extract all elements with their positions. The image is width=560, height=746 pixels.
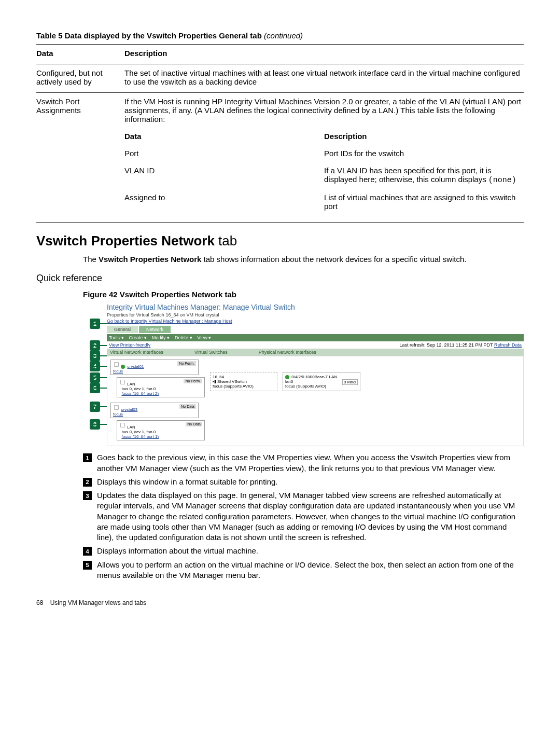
- table-end-rule: [36, 222, 524, 223]
- page-footer: 68 Using VM Manager views and tabs: [36, 599, 524, 606]
- num-2-text: Displays this window in a format suitabl…: [97, 477, 524, 487]
- table-header-row: Data Description: [36, 44, 524, 64]
- callout-column: 1 2 3 4 5 6 7 8: [83, 303, 107, 427]
- vm2-checkbox[interactable]: [114, 405, 119, 410]
- num-2-badge: 2: [83, 478, 92, 487]
- quick-reference-heading: Quick reference: [36, 273, 524, 284]
- lan1-note: No Perm.: [184, 379, 202, 383]
- lan2-focus[interactable]: focus (16_64 port 1): [121, 434, 159, 439]
- sec-pni: Physical Network Interfaces: [259, 350, 316, 355]
- callout-item: 2 Displays this window in a format suita…: [83, 477, 524, 487]
- shot-menubar: Tools ▾ Create ▾ Modify ▾ Delete ▾ View …: [107, 334, 524, 341]
- refresh-text: Last refresh: Sep 12, 2011 11:25:21 PM P…: [400, 342, 522, 348]
- section-bar: Virtual Network Interfaces Virtual Switc…: [107, 349, 524, 356]
- vm1-box: crystal01 No Perm. focus: [110, 360, 199, 375]
- sub-td-desc: If a VLAN ID has been specified for this…: [324, 166, 524, 185]
- th-desc: Description: [124, 49, 524, 58]
- right-focus[interactable]: focus (Supports AVIO): [285, 384, 326, 389]
- refresh-link[interactable]: Refresh Data: [494, 342, 522, 348]
- printer-link[interactable]: View Printer-friendly: [109, 342, 150, 348]
- page-number: 68: [36, 599, 43, 606]
- intro-post: tab shows information about the network …: [201, 255, 466, 264]
- sub-row: Assigned to List of virtual machines tha…: [124, 190, 524, 216]
- section-heading: Vswitch Properties Network tab: [36, 233, 524, 249]
- tab-general[interactable]: General: [107, 326, 138, 333]
- table-title: Table 5 Data displayed by the Vswitch Pr…: [36, 31, 524, 40]
- sub-desc-pre: If a VLAN ID has been specified for this…: [324, 166, 492, 184]
- shot-body: crystal01 No Perm. focus LAN No Perm. bu…: [107, 356, 524, 446]
- lan1-checkbox[interactable]: [120, 380, 125, 384]
- td-desc-block: If the VM Host is running HP Integrity V…: [124, 97, 524, 216]
- table-row: Vswitch Port Assignments If the VM Host …: [36, 92, 524, 222]
- num-3-text: Updates the data displayed on this page.…: [97, 490, 524, 543]
- intro-paragraph: The Vswitch Properties Network tab shows…: [83, 254, 524, 265]
- td-desc: If the VM Host is running HP Integrity V…: [124, 97, 524, 123]
- sub-td-data: Port: [124, 149, 324, 158]
- refresh-pre: Last refresh: Sep 12, 2011 11:25:21 PM P…: [400, 342, 494, 348]
- vm1-checkbox[interactable]: [114, 362, 119, 367]
- num-1-text: Goes back to the previous view, in this …: [97, 452, 524, 474]
- right-l1: 0/4/2/0 1000Base-T LAN: [291, 375, 337, 379]
- lan1-title: LAN: [127, 382, 135, 386]
- vm2-name[interactable]: crystal03: [121, 407, 137, 412]
- vm1-lan-box: LAN No Perm. bus 0, dev 1, fon 0 focus (…: [117, 377, 205, 397]
- chapter-name: Using VM Manager views and tabs: [50, 599, 146, 606]
- figure-42: 1 2 3 4 5 6 7 8 Integrity Virtual Machin…: [83, 303, 524, 446]
- td-desc: The set of inactive virtual machines wit…: [124, 68, 524, 86]
- sub-th-desc: Description: [324, 132, 524, 141]
- back-link[interactable]: Go back to Integrity Virtual Machine Man…: [107, 319, 524, 324]
- tab-network[interactable]: Network: [139, 326, 171, 333]
- sub-row: Port Port IDs for the vswitch: [124, 146, 524, 163]
- sub-header-row: Data Description: [124, 129, 524, 146]
- sec-vni: Virtual Network Interfaces: [110, 350, 163, 355]
- lan2-checkbox[interactable]: [120, 423, 125, 427]
- section-heading-normal: tab: [215, 233, 237, 248]
- vm2-focus[interactable]: focus: [113, 412, 123, 417]
- table-title-bold: Table 5 Data displayed by the Vswitch Pr…: [36, 31, 262, 40]
- menu-delete[interactable]: Delete ▾: [175, 335, 192, 340]
- vm1-focus[interactable]: focus: [113, 369, 123, 374]
- vm-group-2: crystal03 No Data focus LAN No Data bus …: [110, 403, 520, 440]
- lan2-line: bus 0, dev 1, fon 0: [121, 430, 156, 434]
- screenshot-panel: Integrity Virtual Machines Manager: Mana…: [107, 303, 524, 446]
- num-1-badge: 1: [83, 453, 92, 462]
- num-3-badge: 3: [83, 491, 92, 500]
- sub-td-data: Assigned to: [124, 193, 324, 211]
- th-data: Data: [36, 49, 124, 58]
- right-l2: lan0: [285, 379, 293, 384]
- section-heading-bold: Vswitch Properties Network: [36, 233, 215, 248]
- lan2-title: LAN: [127, 425, 135, 430]
- vm1-name[interactable]: crystal01: [127, 364, 144, 369]
- menu-modify[interactable]: Modify ▾: [152, 335, 170, 340]
- sub-desc-mono: (none): [488, 176, 516, 185]
- vm2-box: crystal03 No Data focus: [110, 403, 199, 418]
- menu-create[interactable]: Create ▾: [129, 335, 147, 340]
- sub-td-desc: List of virtual machines that are assign…: [324, 193, 524, 211]
- num-4-badge: 4: [83, 547, 92, 556]
- num-5-badge: 5: [83, 561, 92, 570]
- lan2-note: No Data: [186, 422, 202, 426]
- lan1-line: bus 0, dev 1, fon 0: [121, 386, 156, 391]
- sub-row: VLAN ID If a VLAN ID has been specified …: [124, 163, 524, 190]
- shot-title: Integrity Virtual Machines Manager: Mana…: [107, 303, 524, 311]
- intro-bold: Vswitch Properties Network: [99, 255, 201, 264]
- mid-shared: Shared VSwitch: [217, 379, 247, 384]
- callout-item: 1 Goes back to the previous view, in thi…: [83, 452, 524, 474]
- callout-item: 3 Updates the data displayed on this pag…: [83, 490, 524, 543]
- vm-group-1: crystal01 No Perm. focus LAN No Perm. bu…: [110, 360, 520, 399]
- shot-tabs: General Network: [107, 326, 524, 333]
- lan1-focus[interactable]: focus (16_64 port 2): [121, 391, 159, 396]
- vm2-lan-box: LAN No Data bus 0, dev 1, fon 0 focus (1…: [117, 420, 205, 440]
- status-icon: [285, 375, 289, 379]
- td-data: Vswitch Port Assignments: [36, 97, 124, 216]
- phys-nic-box: 0/4/2/0 1000Base-T LAN lan0 0 Mb/s focus…: [283, 372, 360, 391]
- mid-focus[interactable]: focus (Supports AVIO): [213, 384, 254, 389]
- menu-tools[interactable]: Tools ▾: [109, 335, 124, 340]
- printer-row: View Printer-friendly Last refresh: Sep …: [107, 341, 524, 349]
- num-5-text: Allows you to perform an action on the v…: [97, 560, 524, 581]
- num-4-text: Displays information about the virtual m…: [97, 546, 524, 556]
- menu-view[interactable]: View ▾: [198, 335, 212, 340]
- callout-item: 4 Displays information about the virtual…: [83, 546, 524, 556]
- callout-item: 5 Allows you to perform an action on the…: [83, 560, 524, 581]
- vm2-note: No Data: [179, 404, 196, 409]
